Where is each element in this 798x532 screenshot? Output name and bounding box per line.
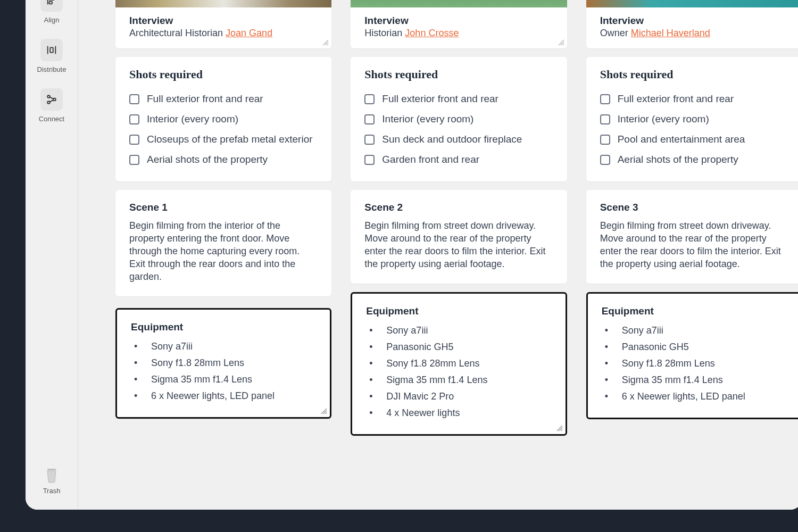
scene-body: Begin filming from the interior of the p… — [129, 220, 318, 284]
equipment-item: Sony a7iii — [602, 322, 787, 339]
checkbox[interactable] — [364, 155, 375, 165]
checkbox[interactable] — [600, 155, 610, 165]
align-tool[interactable]: Align — [40, 0, 63, 24]
equipment-heading: Equipment — [366, 305, 551, 317]
equipment-card[interactable]: EquipmentSony a7iiiPanasonic GH5Sony f1.… — [586, 292, 798, 419]
equipment-item: Sony f1.8 28mm Lens — [131, 355, 316, 371]
shot-item: Pool and entertainment area — [600, 129, 788, 149]
svg-rect-2 — [49, 2, 52, 4]
shot-item: Full exterior front and rear — [364, 89, 553, 109]
equipment-item: Sony a7iii — [366, 322, 551, 339]
shots-heading: Shots required — [129, 68, 318, 81]
distribute-icon — [46, 44, 57, 56]
shots-heading: Shots required — [364, 68, 553, 81]
checkbox[interactable] — [600, 94, 610, 104]
interview-card[interactable]: InterviewHistorian John Crosse — [351, 0, 567, 48]
checkbox[interactable] — [600, 114, 610, 124]
interview-heading: Interview — [364, 15, 553, 27]
resize-handle-icon[interactable] — [558, 39, 565, 46]
connect-icon — [46, 94, 57, 105]
canvas[interactable]: InterviewArchitectural Historian Joan Ga… — [78, 0, 798, 510]
checkbox[interactable] — [364, 135, 375, 145]
scene-heading: Scene 2 — [364, 202, 553, 213]
shot-label: Garden front and rear — [382, 154, 479, 165]
scene-card[interactable]: Scene 2Begin filming from street down dr… — [351, 190, 567, 284]
shot-item: Aerial shots of the property — [129, 149, 318, 170]
checkbox[interactable] — [600, 135, 610, 145]
shot-item: Closeups of the prefab metal exterior — [129, 129, 318, 149]
shot-label: Closeups of the prefab metal exterior — [147, 134, 313, 145]
shot-item: Interior (every room) — [364, 109, 553, 129]
checkbox[interactable] — [129, 94, 139, 104]
shots-heading: Shots required — [600, 68, 788, 81]
shot-label: Interior (every room) — [382, 113, 473, 125]
column-3: InterviewOwner Michael HaverlandShots re… — [586, 0, 798, 436]
shot-label: Sun deck and outdoor fireplace — [382, 134, 522, 145]
trash-icon — [43, 466, 60, 484]
equipment-card[interactable]: EquipmentSony a7iiiSony f1.8 28mm LensSi… — [115, 308, 331, 419]
interviewee-link[interactable]: John Crosse — [405, 28, 459, 38]
equipment-item: Sony f1.8 28mm Lens — [602, 355, 787, 372]
resize-handle-icon[interactable] — [320, 408, 328, 415]
connect-tool[interactable]: Connect — [39, 88, 64, 123]
equipment-item: DJI Mavic 2 Pro — [366, 388, 551, 405]
shot-item: Aerial shots of the property — [600, 149, 788, 170]
align-icon — [46, 0, 57, 6]
equipment-item: Sony f1.8 28mm Lens — [366, 355, 551, 372]
scene-card[interactable]: Scene 3Begin filming from street down dr… — [586, 190, 798, 284]
equipment-item: 4 x Neewer lights — [366, 405, 551, 421]
equipment-item: Panasonic GH5 — [602, 339, 787, 355]
connect-label: Connect — [39, 115, 64, 123]
shots-card[interactable]: Shots requiredFull exterior front and re… — [115, 57, 331, 181]
resize-handle-icon[interactable] — [556, 425, 563, 432]
resize-handle-icon[interactable] — [322, 39, 329, 46]
column-2: InterviewHistorian John CrosseShots requ… — [351, 0, 567, 436]
shots-card[interactable]: Shots requiredFull exterior front and re… — [586, 57, 798, 181]
app-frame: Align Distribute Connect — [26, 0, 798, 510]
shot-label: Full exterior front and rear — [618, 93, 734, 105]
svg-rect-5 — [50, 47, 53, 52]
checkbox[interactable] — [364, 94, 375, 104]
shot-item: Interior (every room) — [600, 109, 788, 129]
shot-label: Pool and entertainment area — [618, 134, 745, 145]
shot-item: Sun deck and outdoor fireplace — [364, 129, 553, 149]
property-photo — [115, 0, 331, 7]
scene-body: Begin filming from street down driveway.… — [600, 220, 788, 271]
interview-role: Owner Michael Haverland — [600, 28, 788, 39]
interview-heading: Interview — [600, 15, 788, 27]
interview-card[interactable]: InterviewArchitectural Historian Joan Ga… — [115, 0, 331, 48]
scene-card[interactable]: Scene 1Begin filming from the interior o… — [115, 190, 331, 296]
equipment-item: Panasonic GH5 — [366, 339, 551, 355]
property-photo — [586, 0, 798, 7]
property-photo — [351, 0, 567, 7]
column-1: InterviewArchitectural Historian Joan Ga… — [115, 0, 331, 436]
align-label: Align — [44, 16, 60, 24]
interview-card[interactable]: InterviewOwner Michael Haverland — [586, 0, 798, 48]
shot-item: Full exterior front and rear — [129, 89, 318, 109]
interviewee-link[interactable]: Joan Gand — [226, 28, 272, 38]
scene-body: Begin filming from street down driveway.… — [364, 220, 553, 271]
checkbox[interactable] — [129, 135, 139, 145]
trash-tool[interactable]: Trash — [26, 466, 78, 495]
shots-card[interactable]: Shots requiredFull exterior front and re… — [351, 57, 567, 181]
checkbox[interactable] — [364, 114, 375, 124]
interviewee-link[interactable]: Michael Haverland — [631, 28, 710, 38]
distribute-tool[interactable]: Distribute — [37, 39, 66, 73]
shot-label: Interior (every room) — [618, 113, 709, 125]
equipment-item: Sigma 35 mm f1.4 Lens — [131, 371, 316, 388]
toolbar: Align Distribute Connect — [26, 0, 78, 510]
checkbox[interactable] — [129, 114, 139, 124]
scene-heading: Scene 3 — [600, 202, 788, 213]
interview-role: Architectural Historian Joan Gand — [129, 28, 318, 39]
distribute-label: Distribute — [37, 65, 66, 73]
shot-label: Full exterior front and rear — [382, 93, 498, 105]
equipment-item: Sigma 35 mm f1.4 Lens — [602, 372, 787, 388]
shot-item: Interior (every room) — [129, 109, 318, 129]
shot-label: Aerial shots of the property — [147, 154, 268, 165]
interview-heading: Interview — [129, 15, 318, 27]
equipment-card[interactable]: EquipmentSony a7iiiPanasonic GH5Sony f1.… — [351, 292, 567, 436]
trash-label: Trash — [43, 487, 61, 495]
shot-item: Full exterior front and rear — [600, 89, 788, 109]
checkbox[interactable] — [129, 155, 139, 165]
equipment-heading: Equipment — [602, 305, 787, 317]
